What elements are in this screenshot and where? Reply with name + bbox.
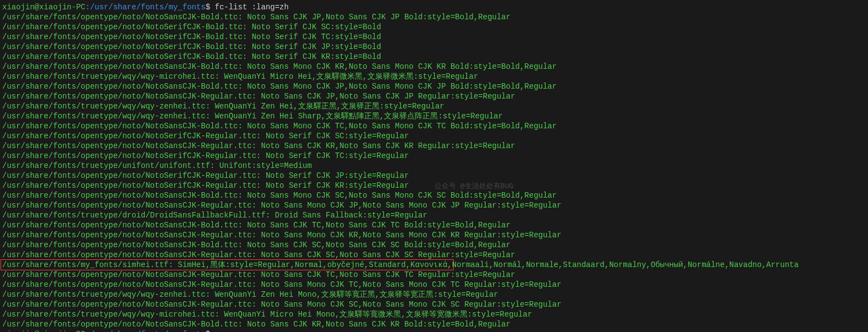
terminal-output-line[interactable]: /usr/share/fonts/truetype/wqy/wqy-microh… bbox=[2, 72, 866, 81]
terminal-output-line[interactable]: /usr/share/fonts/truetype/droid/DroidSan… bbox=[2, 210, 866, 220]
terminal-output-line[interactable]: /usr/share/fonts/opentype/noto/NotoSansC… bbox=[2, 250, 866, 260]
prompt-colon: : bbox=[85, 3, 90, 12]
prompt-cwd: /usr/share/fonts/my_fonts bbox=[90, 3, 206, 12]
terminal-output-line[interactable]: /usr/share/fonts/opentype/noto/NotoSansC… bbox=[2, 300, 866, 309]
terminal-output-line[interactable]: /usr/share/fonts/opentype/noto/NotoSansC… bbox=[2, 200, 866, 210]
terminal-output-line[interactable]: /usr/share/fonts/opentype/noto/NotoSansC… bbox=[2, 220, 866, 230]
terminal-output-line[interactable]: /usr/share/fonts/opentype/noto/NotoSerif… bbox=[2, 32, 866, 42]
terminal-output-line[interactable]: /usr/share/fonts/opentype/noto/NotoSansC… bbox=[2, 270, 866, 280]
prompt-colon: : bbox=[85, 330, 90, 332]
terminal-output-line[interactable]: /usr/share/fonts/opentype/noto/NotoSerif… bbox=[2, 52, 866, 62]
red-highlight-box: /usr/share/fonts/my_fonts/simhei.ttf: Si… bbox=[1, 259, 454, 270]
prompt-dollar: $ bbox=[206, 330, 210, 332]
terminal-output-line[interactable]: /usr/share/fonts/opentype/noto/NotoSerif… bbox=[2, 42, 866, 52]
prompt-dollar: $ bbox=[206, 3, 210, 12]
terminal-output-line[interactable]: /usr/share/fonts/truetype/wqy/wqy-zenhei… bbox=[2, 290, 866, 300]
terminal-output-block[interactable]: /usr/share/fonts/opentype/noto/NotoSansC… bbox=[2, 270, 866, 329]
terminal-output-line[interactable]: /usr/share/fonts/opentype/noto/NotoSansC… bbox=[2, 62, 866, 72]
terminal-output-line[interactable]: /usr/share/fonts/opentype/noto/NotoSansC… bbox=[2, 12, 866, 22]
prompt-user-host: xiaojin@xiaojin-PC bbox=[2, 330, 85, 332]
terminal-output-line[interactable]: /usr/share/fonts/truetype/wqy/wqy-microh… bbox=[2, 309, 866, 319]
prompt-user-host: xiaojin@xiaojin-PC bbox=[2, 3, 85, 12]
command-text: fc-list :lang=zh bbox=[215, 3, 289, 12]
terminal-output-block[interactable]: /usr/share/fonts/opentype/noto/NotoSansC… bbox=[2, 12, 866, 260]
terminal-prompt-line[interactable]: xiaojin@xiaojin-PC:/usr/share/fonts/my_f… bbox=[2, 2, 866, 12]
terminal-output-line[interactable]: /usr/share/fonts/opentype/noto/NotoSerif… bbox=[2, 151, 866, 161]
terminal-output-line[interactable]: /usr/share/fonts/opentype/noto/NotoSansC… bbox=[2, 240, 866, 250]
prompt-cwd: /usr/share/fonts/my_fonts bbox=[90, 330, 206, 332]
terminal-output-line-highlight[interactable]: /usr/share/fonts/my_fonts/simhei.ttf: Si… bbox=[2, 260, 866, 270]
terminal-output-line[interactable]: /usr/share/fonts/opentype/noto/NotoSansC… bbox=[2, 91, 866, 101]
terminal-output-line[interactable]: /usr/share/fonts/opentype/noto/NotoSerif… bbox=[2, 22, 866, 32]
terminal-output-line[interactable]: /usr/share/fonts/opentype/noto/NotoSerif… bbox=[2, 171, 866, 181]
terminal-output-line[interactable]: /usr/share/fonts/opentype/noto/NotoSerif… bbox=[2, 131, 866, 141]
highlight-text: /usr/share/fonts/my_fonts/simhei.ttf: Si… bbox=[2, 260, 452, 269]
terminal-output-line[interactable]: /usr/share/fonts/opentype/noto/NotoSansC… bbox=[2, 230, 866, 240]
terminal-output-line[interactable]: /usr/share/fonts/truetype/wqy/wqy-zenhei… bbox=[2, 111, 866, 121]
terminal-output-line[interactable]: /usr/share/fonts/opentype/noto/NotoSerif… bbox=[2, 181, 866, 191]
terminal-output-line[interactable]: /usr/share/fonts/opentype/noto/NotoSansC… bbox=[2, 319, 866, 329]
terminal-prompt-line[interactable]: xiaojin@xiaojin-PC:/usr/share/fonts/my_f… bbox=[2, 329, 866, 332]
terminal-output-line[interactable]: /usr/share/fonts/opentype/noto/NotoSansC… bbox=[2, 81, 866, 91]
terminal-output-line[interactable]: /usr/share/fonts/truetype/unifont/unifon… bbox=[2, 161, 866, 171]
highlight-tail: Normaali,Normál,Normale,Standaard,Normal… bbox=[452, 260, 799, 269]
terminal-output-line[interactable]: /usr/share/fonts/opentype/noto/NotoSansC… bbox=[2, 121, 866, 131]
terminal-output-line[interactable]: /usr/share/fonts/opentype/noto/NotoSansC… bbox=[2, 141, 866, 151]
terminal-output-line[interactable]: /usr/share/fonts/opentype/noto/NotoSansC… bbox=[2, 191, 866, 200]
terminal-output-line[interactable]: /usr/share/fonts/truetype/wqy/wqy-zenhei… bbox=[2, 101, 866, 111]
terminal-output-line[interactable]: /usr/share/fonts/opentype/noto/NotoSansC… bbox=[2, 280, 866, 290]
